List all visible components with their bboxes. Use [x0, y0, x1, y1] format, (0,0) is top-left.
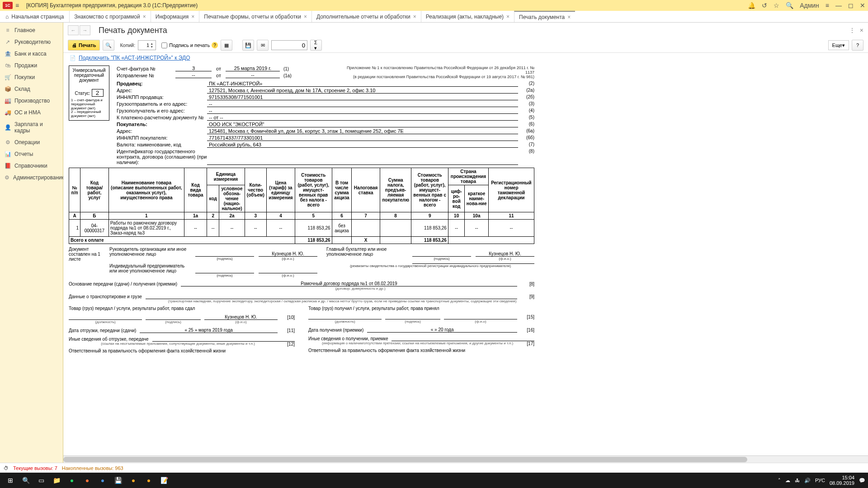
search-taskbar-icon[interactable]: 🔍: [18, 474, 33, 487]
help-sign-icon[interactable]: ?: [212, 42, 218, 48]
th-akciz: В том числе сумма акциза: [332, 168, 352, 212]
sf-date: 25 марта 2019 г.: [226, 66, 280, 71]
horizontal-scrollbar[interactable]: [63, 455, 868, 463]
col-num: 1а: [184, 212, 207, 220]
email-button[interactable]: ✉: [257, 40, 269, 51]
tab-1[interactable]: Информация×: [151, 11, 199, 22]
sidebar-label: ОС и НМА: [14, 109, 41, 116]
handover: Товар (груз) передал / услуги, результат…: [69, 306, 534, 353]
fix-number: --: [175, 72, 212, 78]
kebab-icon[interactable]: ⋮: [849, 27, 855, 34]
sidebar-item-main[interactable]: ≡Главное: [0, 24, 63, 36]
sidebar-item-operations[interactable]: ⚙Операции: [0, 136, 63, 148]
notepad-icon[interactable]: 📝: [156, 474, 172, 487]
sub-fio: (ф.и.о.): [259, 273, 317, 277]
bell-icon[interactable]: 🔔: [748, 2, 755, 9]
tray-cloud-icon[interactable]: ☁: [785, 478, 790, 483]
field-label: Идентификатор государственного контракта…: [117, 149, 207, 165]
sidebar-item-production[interactable]: 🏭Производство: [0, 95, 63, 107]
field-code: (6а): [518, 128, 534, 134]
close-page-icon[interactable]: ×: [860, 27, 863, 34]
more-button[interactable]: Еще ▾: [828, 40, 849, 50]
sidebar-item-sales[interactable]: 🛍Продажи: [0, 60, 63, 71]
th-qty: Коли-чество (объем): [245, 168, 266, 212]
tab-5[interactable]: Печать документа×: [514, 11, 575, 22]
sidebar-item-assets[interactable]: 🚚ОС и НМА: [0, 107, 63, 118]
copies-input[interactable]: [138, 42, 150, 48]
tab-2[interactable]: Печатные формы, отчеты и обработки×: [199, 11, 311, 22]
close-icon[interactable]: ✕: [860, 2, 865, 9]
edo-link[interactable]: Подключить "ПК «АСТ-ИНЖСТРОЙ»" к ЭДО: [79, 55, 190, 61]
spinner-up-icon[interactable]: ▲: [150, 42, 156, 45]
field-label: ИНН/КПП покупателя:: [117, 135, 207, 141]
col-num: 10а: [465, 212, 488, 220]
forward-button[interactable]: →: [80, 25, 90, 35]
sub-pos: (должность): [69, 320, 142, 324]
copies-spinner[interactable]: ▲▼: [138, 40, 156, 50]
tray: ˄ ☁ 🖧 🔊 РУС 15:04 08.09.2019 💬: [778, 475, 865, 486]
start-button[interactable]: ⊞: [3, 474, 18, 487]
tray-clock[interactable]: 15:04 08.09.2019: [830, 475, 854, 486]
sidebar-item-manager[interactable]: ↗Руководителю: [0, 36, 63, 48]
1c-taskbar-icon[interactable]: ●: [141, 474, 156, 487]
settings-icon[interactable]: ≡: [826, 2, 829, 9]
maximize-icon[interactable]: ◻: [848, 2, 854, 9]
sidebar-item-admin[interactable]: ⚙Администрирование: [0, 172, 63, 183]
search-icon[interactable]: 🔍: [786, 2, 793, 9]
sum-field[interactable]: [271, 40, 307, 50]
tab-close-icon[interactable]: ×: [143, 14, 146, 20]
tray-lang[interactable]: РУС: [815, 478, 825, 483]
sigma-button[interactable]: Σ ▾: [310, 40, 322, 51]
explorer-icon[interactable]: 📁: [49, 474, 64, 487]
preview-button[interactable]: 🔍: [103, 40, 114, 51]
sign-checkbox[interactable]: [161, 42, 167, 48]
tray-network-icon[interactable]: 🖧: [795, 478, 800, 483]
menu-icon[interactable]: ≡: [15, 2, 23, 9]
star-icon[interactable]: ☆: [774, 2, 779, 9]
save-icon[interactable]: 💾: [110, 474, 126, 487]
whatsapp-icon[interactable]: ●: [64, 474, 80, 487]
app-icon[interactable]: ●: [95, 474, 110, 487]
minimize-icon[interactable]: —: [835, 2, 842, 9]
template-button[interactable]: ▦: [221, 40, 232, 51]
tray-notification-icon[interactable]: 💬: [859, 478, 865, 483]
sidebar-item-refs[interactable]: 📕Справочники: [0, 160, 63, 172]
th-country: Страна происхождения товара: [448, 168, 488, 185]
sidebar-item-hr[interactable]: 👤Зарплата и кадры: [0, 118, 63, 136]
tab-close-icon[interactable]: ×: [506, 14, 509, 20]
tab-close-icon[interactable]: ×: [567, 14, 571, 20]
tab-4[interactable]: Реализация (акты, накладные)×: [421, 11, 514, 22]
print-button[interactable]: 🖨 Печать: [68, 40, 100, 51]
document-scroll[interactable]: Универсальный передаточный документ Стат…: [63, 63, 868, 455]
sidebar-item-bank[interactable]: 🏦Банк и касса: [0, 48, 63, 60]
other-recv: Иные сведения о получении, приемке: [308, 336, 388, 341]
sidebar-label: Отчеты: [14, 151, 33, 157]
scrollbar-thumb[interactable]: [63, 457, 747, 462]
tab-close-icon[interactable]: ×: [413, 14, 416, 20]
field-label: ИНН/КПП продавца:: [117, 94, 207, 100]
tab-home[interactable]: ⌂ Начальная страница: [0, 11, 69, 22]
tray-chevron-icon[interactable]: ˄: [778, 478, 781, 483]
box-icon: 📦: [5, 86, 11, 92]
user-name[interactable]: Админ: [800, 2, 819, 9]
back-button[interactable]: ←: [68, 25, 79, 35]
tab-close-icon[interactable]: ×: [304, 14, 307, 20]
status-input[interactable]: [92, 89, 104, 97]
tab-close-icon[interactable]: ×: [191, 14, 194, 20]
sidebar-item-purchases[interactable]: 🛒Покупки: [0, 71, 63, 83]
field-value: 9715335308/771501001: [207, 94, 518, 100]
tab-3[interactable]: Дополнительные отчеты и обработки×: [311, 11, 421, 22]
history-icon[interactable]: ↺: [762, 2, 767, 9]
spinner-down-icon[interactable]: ▼: [150, 45, 156, 48]
tab-0[interactable]: Знакомство с программой×: [69, 11, 150, 22]
ip-label: Индивидуальный предприниматель или иное …: [109, 263, 191, 273]
tray-volume-icon[interactable]: 🔊: [804, 478, 811, 483]
app2-icon[interactable]: ●: [126, 474, 141, 487]
sf-from: от: [216, 66, 221, 71]
sidebar-item-warehouse[interactable]: 📦Склад: [0, 83, 63, 95]
firefox-icon[interactable]: ●: [80, 474, 95, 487]
sidebar-item-reports[interactable]: 📊Отчеты: [0, 148, 63, 160]
help-button[interactable]: ?: [852, 40, 863, 51]
save-button[interactable]: 💾: [242, 40, 254, 51]
task-view-icon[interactable]: ▭: [33, 474, 49, 487]
